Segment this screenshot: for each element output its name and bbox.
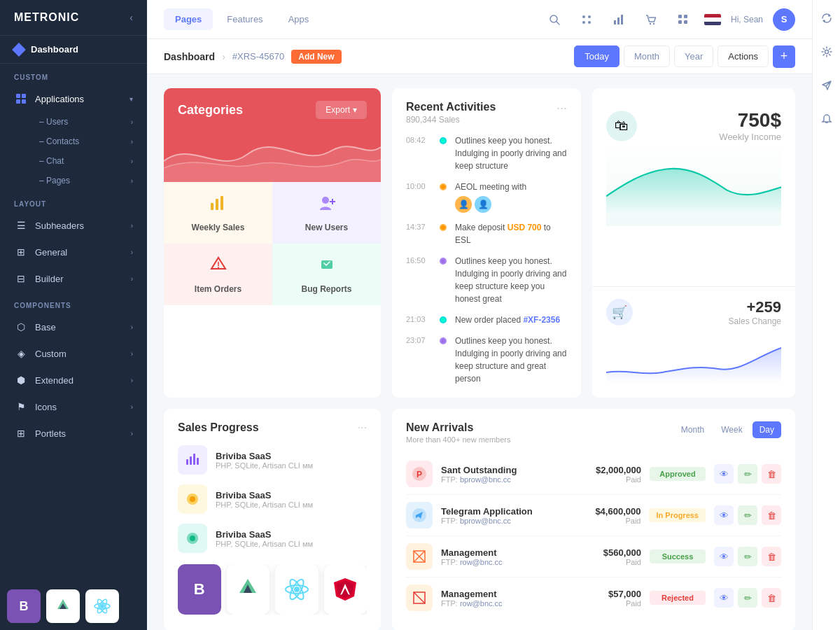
- activity-text-2103: New order placed #XF-2356: [455, 314, 567, 326]
- sidebar-item-users[interactable]: – Users ›: [25, 112, 147, 132]
- grid-icon[interactable]: [575, 8, 598, 31]
- framework-vue[interactable]: [227, 564, 270, 615]
- sidebar-item-general[interactable]: ⊞ General ›: [0, 239, 147, 265]
- sidebar-item-builder[interactable]: ⊟ Builder ›: [0, 265, 147, 292]
- management1-view-button[interactable]: 👁: [714, 547, 734, 566]
- arrival-row-sant: P Sant Outstanding FTP: bprow@bnc.cc $2,…: [406, 454, 781, 495]
- right-icon-settings[interactable]: [816, 41, 838, 63]
- period-today-button[interactable]: Today: [574, 46, 620, 67]
- activity-text-1650: Outlines keep you honest. Indulging in p…: [455, 255, 567, 305]
- builder-icon: ⊟: [14, 272, 28, 286]
- add-new-badge[interactable]: Add New: [291, 50, 341, 64]
- app-name: METRONIC: [14, 11, 79, 24]
- extended-left: ⬢ Extended: [14, 373, 74, 387]
- sidebar-item-subheaders[interactable]: ☰ Subheaders ›: [0, 212, 147, 239]
- sidebar-item-custom[interactable]: ◈ Custom ›: [0, 340, 147, 367]
- arrivals-period-tabs: Month Week Day: [674, 421, 781, 438]
- frameworks-bar: B: [0, 578, 147, 630]
- sidebar-item-icons[interactable]: ⚑ Icons ›: [0, 393, 147, 420]
- right-icon-send[interactable]: [816, 74, 838, 97]
- dashboard-label: Dashboard: [31, 44, 78, 55]
- react-icon[interactable]: [85, 589, 119, 623]
- framework-bootstrap[interactable]: B: [178, 564, 221, 615]
- general-label: General: [35, 247, 67, 258]
- category-bug-reports[interactable]: Bug Reports: [272, 244, 381, 305]
- bug-reports-icon: [317, 255, 337, 279]
- telegram-delete-button[interactable]: 🗑: [762, 505, 781, 525]
- right-icon-bell[interactable]: [816, 108, 838, 130]
- sidebar-item-chat[interactable]: – Chat ›: [25, 151, 147, 171]
- management2-edit-button[interactable]: ✏: [738, 588, 757, 608]
- vue-icon[interactable]: [46, 589, 80, 623]
- sant-delete-button[interactable]: 🗑: [762, 464, 781, 484]
- management2-actions: 👁 ✏ 🗑: [714, 588, 781, 608]
- category-item-orders[interactable]: Item Orders: [164, 244, 272, 305]
- sidebar-toggle-button[interactable]: ‹: [130, 12, 133, 23]
- management2-delete-button[interactable]: 🗑: [762, 588, 781, 608]
- svg-rect-25: [211, 203, 214, 210]
- arrival-row-telegram: Telegram Application FTP: bprow@bnc.cc $…: [406, 495, 781, 536]
- period-tab-month[interactable]: Month: [674, 421, 711, 438]
- chart-icon[interactable]: [608, 8, 630, 31]
- progress-icon-purple: [178, 445, 207, 475]
- management1-edit-button[interactable]: ✏: [738, 547, 757, 566]
- categories-title: Categories: [178, 103, 243, 118]
- cart-icon[interactable]: [640, 8, 662, 31]
- svg-rect-21: [678, 15, 682, 18]
- activities-title-area: Recent Activities 890,344 Sales: [406, 101, 496, 125]
- actions-button[interactable]: Actions: [718, 46, 769, 67]
- sidebar-item-applications[interactable]: Applications ▾: [0, 85, 147, 112]
- activities-subtitle: 890,344 Sales: [406, 115, 496, 125]
- sant-edit-button[interactable]: ✏: [738, 464, 757, 484]
- period-month-button[interactable]: Month: [624, 46, 670, 67]
- add-button[interactable]: +: [773, 46, 795, 68]
- period-tab-week[interactable]: Week: [714, 421, 749, 438]
- right-icon-refresh[interactable]: [816, 7, 838, 29]
- category-new-users[interactable]: New Users: [272, 182, 381, 244]
- subheaders-chevron: ›: [131, 222, 133, 230]
- sant-view-button[interactable]: 👁: [714, 464, 734, 484]
- telegram-view-button[interactable]: 👁: [714, 505, 734, 525]
- framework-react[interactable]: [275, 564, 318, 615]
- sant-info: Sant Outstanding FTP: bprow@bnc.cc: [441, 465, 570, 484]
- management1-delete-button[interactable]: 🗑: [762, 547, 781, 566]
- telegram-actions: 👁 ✏ 🗑: [714, 505, 781, 525]
- framework-angular[interactable]: [324, 564, 368, 615]
- activity-dot-orange-2: [440, 224, 447, 231]
- svg-rect-3: [22, 99, 26, 104]
- nav-tab-pages[interactable]: Pages: [164, 8, 213, 30]
- sidebar-item-contacts[interactable]: – Contacts ›: [25, 132, 147, 151]
- period-tab-day[interactable]: Day: [752, 421, 781, 438]
- svg-point-19: [650, 22, 651, 24]
- progress-tech-2: PHP, SQLite, Artisan CLI мм: [216, 540, 367, 548]
- nav-tab-features[interactable]: Features: [216, 8, 274, 30]
- category-weekly-sales[interactable]: Weekly Sales: [164, 182, 272, 244]
- progress-item-0: Briviba SaaS PHP, SQLite, Artisan CLI мм: [178, 445, 367, 475]
- progress-name-2: Briviba SaaS: [216, 529, 367, 540]
- management2-ftp: FTP: row@bnc.cc: [441, 599, 570, 608]
- activity-dot-purple-2: [440, 337, 447, 344]
- sidebar-dashboard-item[interactable]: Dashboard: [0, 36, 147, 64]
- chat-chevron: ›: [131, 158, 133, 165]
- nav-tab-apps[interactable]: Apps: [277, 8, 321, 30]
- sidebar-item-portlets[interactable]: ⊞ Portlets ›: [0, 420, 147, 447]
- general-left: ⊞ General: [14, 245, 67, 259]
- search-icon[interactable]: [543, 8, 566, 31]
- sidebar-item-pages[interactable]: – Pages ›: [25, 171, 147, 190]
- language-flag[interactable]: [704, 14, 721, 25]
- user-avatar[interactable]: S: [773, 8, 795, 31]
- sidebar-item-extended[interactable]: ⬢ Extended ›: [0, 367, 147, 393]
- management1-info: Management FTP: row@bnc.cc: [441, 547, 570, 566]
- svg-point-12: [582, 15, 585, 18]
- sales-progress-menu[interactable]: ···: [358, 421, 367, 434]
- management2-view-button[interactable]: 👁: [714, 588, 734, 608]
- apps-grid-icon[interactable]: [672, 8, 694, 31]
- period-year-button[interactable]: Year: [674, 46, 713, 67]
- activities-menu-icon[interactable]: ···: [556, 101, 567, 115]
- bootstrap-icon[interactable]: B: [7, 589, 41, 623]
- telegram-edit-button[interactable]: ✏: [738, 505, 757, 525]
- progress-item-2: Briviba SaaS PHP, SQLite, Artisan CLI мм: [178, 524, 367, 553]
- export-button[interactable]: Export ▾: [316, 101, 367, 119]
- sidebar-item-base[interactable]: ⬡ Base ›: [0, 314, 147, 340]
- sant-actions: 👁 ✏ 🗑: [714, 464, 781, 484]
